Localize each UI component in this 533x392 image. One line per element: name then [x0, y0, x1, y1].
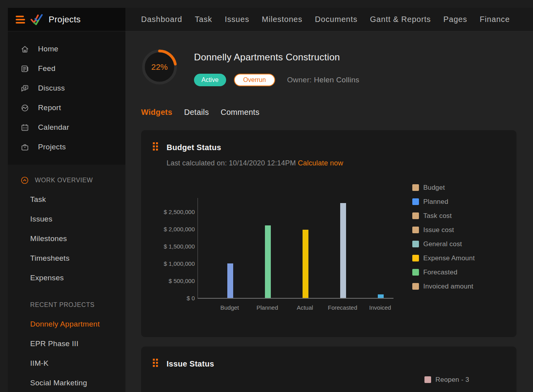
- sidebar-item-discuss[interactable]: Discuss: [8, 78, 125, 98]
- issue-status-widget: Issue Status Reopen - 3: [141, 347, 517, 392]
- calendar-icon: [20, 123, 29, 132]
- budget-chart-plot: [198, 198, 393, 299]
- y-axis-tick: $ 2,000,000: [141, 226, 195, 233]
- sidebar-item-report[interactable]: Report: [8, 98, 125, 118]
- app-title: Projects: [49, 15, 81, 25]
- recent-project-iim-k[interactable]: IIM-K: [8, 354, 125, 373]
- discuss-icon: [20, 84, 29, 93]
- sidebar-item-label: Discuss: [38, 84, 65, 93]
- recent-project-donnely-appartment[interactable]: Donnely Appartment: [8, 314, 125, 334]
- y-axis-tick: $ 2,500,000: [141, 209, 195, 216]
- feed-icon: [20, 64, 29, 73]
- work-overview-items: TaskIssuesMilestonesTimesheetsExpenses: [8, 190, 125, 288]
- legend-label: General cost: [423, 240, 462, 248]
- main-content: 22% Donnelly Apartments Construction Act…: [125, 31, 533, 392]
- sidebar-item-calendar[interactable]: Calendar: [8, 118, 125, 137]
- nav-item-gantt-reports[interactable]: Gantt & Reports: [370, 15, 431, 24]
- recent-projects-header: RECENT PROJECTS: [8, 300, 125, 310]
- legend-item-invoiced-amount: Invoiced amount: [412, 282, 475, 290]
- drag-handle-icon[interactable]: [153, 359, 158, 367]
- sidebar-item-label: Report: [38, 103, 61, 112]
- sidebar-item-home[interactable]: Home: [8, 39, 125, 59]
- legend-swatch: [412, 283, 419, 290]
- legend-item-budget: Budget: [412, 183, 475, 192]
- briefcase-icon: [20, 143, 29, 152]
- legend-swatch: [424, 376, 431, 383]
- budget-chart-yticks: $ 0$ 500,000$ 1,000,000$ 1,500,000$ 2,00…: [141, 130, 195, 337]
- hamburger-menu-icon[interactable]: [16, 16, 25, 24]
- budget-chart-xlabels: BudgetPlannedActualForecastedInvoiced: [198, 304, 393, 312]
- nav-item-milestones[interactable]: Milestones: [262, 15, 303, 24]
- sidebar-menu: Home Feed Discuss Report Calendar: [8, 31, 125, 157]
- legend-swatch: [412, 255, 419, 261]
- status-badge-overrun[interactable]: Overrun: [234, 74, 276, 86]
- legend-label: Forecasted: [423, 269, 457, 276]
- legend-swatch: [412, 212, 419, 219]
- nav-item-finance[interactable]: Finance: [480, 15, 510, 24]
- sidebar-item-label: Calendar: [38, 123, 69, 132]
- owner-name: Helen Collins: [314, 76, 359, 84]
- tab-comments[interactable]: Comments: [221, 108, 259, 117]
- bar-invoiced[interactable]: [378, 294, 384, 298]
- zoho-projects-logo-icon: [30, 14, 44, 25]
- nav-item-task[interactable]: Task: [195, 15, 212, 24]
- legend-item-forecasted: Forecasted: [412, 268, 475, 276]
- sidebar-item-feed[interactable]: Feed: [8, 59, 125, 78]
- bar-budget[interactable]: [227, 263, 233, 298]
- bar-actual[interactable]: [303, 230, 308, 298]
- tab-details[interactable]: Details: [184, 108, 209, 117]
- tab-widgets[interactable]: Widgets: [141, 108, 172, 117]
- sidebar-item-projects[interactable]: Projects: [8, 137, 125, 157]
- bar-forecasted[interactable]: [340, 203, 346, 298]
- recent-projects-items: Donnely AppartmentEPR Phase IIIIIM-KSoci…: [8, 314, 125, 392]
- nav-item-documents[interactable]: Documents: [315, 15, 357, 24]
- y-axis-tick: $ 1,000,000: [141, 260, 195, 267]
- sidebar: Projects Home Feed Discuss Report: [8, 8, 125, 392]
- recent-project-epr-phase-iii[interactable]: EPR Phase III: [8, 334, 125, 354]
- top-nav: DashboardTaskIssuesMilestonesDocumentsGa…: [125, 8, 533, 31]
- sidebar-item-expenses[interactable]: Expenses: [8, 268, 125, 288]
- logo-block: Projects: [8, 8, 125, 31]
- legend-swatch: [412, 198, 419, 205]
- legend-label: Budget: [423, 184, 445, 192]
- nav-item-dashboard[interactable]: Dashboard: [141, 15, 182, 24]
- sidebar-item-milestones[interactable]: Milestones: [8, 229, 125, 249]
- legend-item-reopen-3: Reopen - 3: [424, 376, 469, 384]
- nav-item-pages[interactable]: Pages: [443, 15, 467, 24]
- work-overview-header[interactable]: WORK OVERVIEW: [8, 176, 125, 185]
- legend-label: Issue cost: [423, 226, 454, 234]
- issue-chart-legend: Reopen - 3: [424, 376, 469, 390]
- y-axis-tick: $ 1,500,000: [141, 243, 195, 250]
- sidebar-item-timesheets[interactable]: Timesheets: [8, 249, 125, 268]
- legend-label: Expense Amount: [423, 254, 475, 262]
- legend-swatch: [412, 241, 419, 247]
- sidebar-item-issues[interactable]: Issues: [8, 209, 125, 229]
- calculate-now-link[interactable]: Calculate now: [298, 159, 343, 167]
- project-title: Donnelly Apartments Construction: [194, 52, 340, 63]
- legend-label: Planned: [423, 198, 448, 206]
- project-progress-ring: 22%: [141, 48, 178, 86]
- legend-swatch: [412, 269, 419, 276]
- sidebar-item-label: Feed: [38, 64, 56, 73]
- bar-planned[interactable]: [265, 225, 271, 298]
- legend-item-expense-amount: Expense Amount: [412, 254, 475, 262]
- sidebar-item-label: Projects: [38, 143, 66, 151]
- nav-item-issues[interactable]: Issues: [225, 15, 249, 24]
- status-badge-active[interactable]: Active: [194, 74, 226, 86]
- sidebar-item-label: Home: [38, 45, 58, 53]
- sidebar-item-task[interactable]: Task: [8, 190, 125, 209]
- legend-swatch: [412, 184, 419, 191]
- y-axis-tick: $ 500,000: [141, 278, 195, 285]
- chevron-up-circle-icon: [20, 176, 29, 185]
- recent-project-social-marketing[interactable]: Social Marketing: [8, 373, 125, 392]
- work-overview-label: WORK OVERVIEW: [35, 177, 93, 184]
- legend-label: Reopen - 3: [435, 376, 469, 384]
- legend-item-general-cost: General cost: [412, 240, 475, 248]
- budget-status-widget: Budget Status Last calculated on: 10/14/…: [141, 130, 517, 337]
- legend-item-planned: Planned: [412, 198, 475, 206]
- project-owner: Owner: Helen Collins: [287, 76, 359, 84]
- legend-item-issue-cost: Issue cost: [412, 226, 475, 234]
- report-icon: [20, 103, 29, 113]
- legend-label: Task cost: [423, 212, 452, 220]
- sidebar-lower-section: WORK OVERVIEW TaskIssuesMilestonesTimesh…: [8, 165, 125, 392]
